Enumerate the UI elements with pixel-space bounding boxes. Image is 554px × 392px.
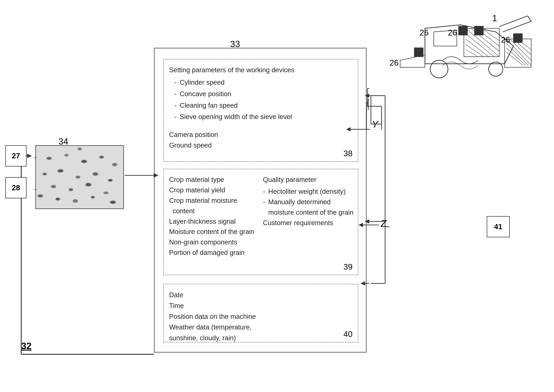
layer-thickness-signal: Layer-thickness signal: [169, 216, 254, 227]
svg-marker-62: [27, 154, 32, 158]
label-28: 28: [12, 183, 20, 192]
moisture-content-grain-2: moisture content of the grain: [268, 209, 353, 216]
svg-line-12: [513, 39, 531, 55]
label-32: 32: [21, 341, 32, 351]
svg-line-15: [506, 48, 526, 66]
box40-items: Date Time Position data on the machine W…: [169, 290, 256, 343]
svg-text:Y: Y: [372, 119, 379, 129]
label-27: 27: [12, 152, 20, 160]
svg-line-5: [466, 34, 494, 57]
svg-line-8: [466, 49, 478, 57]
box39-right: Quality parameter -Hectoliter weight (de…: [263, 175, 353, 228]
svg-line-14: [506, 43, 528, 66]
svg-line-1: [466, 28, 499, 57]
quality-parameter-title: Quality parameter: [263, 175, 353, 185]
weather-data: Weather data (temperature,: [169, 322, 256, 333]
crop-material-moisture: Crop material moisture: [169, 195, 254, 206]
svg-point-18: [489, 62, 503, 76]
svg-line-13: [517, 39, 531, 49]
svg-point-17: [430, 60, 448, 78]
svg-text:26: 26: [448, 28, 457, 37]
svg-rect-20: [458, 26, 467, 35]
box38-extra1: Camera position: [169, 129, 218, 140]
box-34-image: [35, 145, 124, 209]
svg-text:26: 26: [501, 35, 510, 44]
box-40: Date Time Position data on the machine W…: [163, 284, 358, 343]
svg-text:26: 26: [389, 58, 399, 67]
svg-line-16: [506, 52, 523, 66]
svg-rect-22: [513, 34, 522, 42]
box38-items: -Cylinder speed -Concave position -Clean…: [174, 77, 292, 123]
box38-title: Setting parameters of the working device…: [169, 65, 294, 76]
box38-extra2: Ground speed: [169, 140, 212, 151]
svg-rect-19: [414, 48, 423, 57]
position-data: Position data on the machine: [169, 311, 256, 322]
box-28: 28: [5, 177, 27, 198]
box-41: 41: [487, 216, 510, 237]
label-41: 41: [494, 223, 502, 231]
weather-detail: sunshine, cloudy, rain): [169, 333, 256, 343]
box-27: 27: [5, 145, 27, 167]
crop-material-type: Crop material type: [169, 175, 254, 185]
portion-damaged-grain: Portion of damaged grain: [169, 247, 254, 258]
box-38: Setting parameters of the working device…: [163, 59, 358, 162]
grain-texture: [36, 146, 123, 209]
diagram-container: 1 26 26 26 26 Y Z X X: [0, 0, 554, 392]
hectoliter-weight: Hectoliter weight (density): [268, 188, 346, 195]
svg-line-11: [510, 39, 531, 60]
non-grain-components: Non-grain components: [169, 237, 254, 247]
svg-rect-0: [464, 28, 499, 57]
box-33: Setting parameters of the working device…: [154, 48, 367, 352]
svg-line-3: [476, 28, 499, 46]
svg-line-7: [466, 44, 483, 57]
crop-material-yield: Crop material yield: [169, 185, 254, 195]
label-38: 38: [344, 149, 353, 158]
moisture-content-grain: Moisture content of the grain: [169, 227, 254, 237]
manually-determined: Manually determined: [268, 198, 331, 206]
time-item: Time: [169, 301, 256, 311]
box-39: Crop material type Crop material yield C…: [163, 169, 358, 275]
svg-text:1: 1: [492, 13, 497, 23]
label-39: 39: [344, 262, 353, 272]
svg-line-10: [506, 39, 531, 66]
svg-rect-21: [475, 26, 483, 35]
label-40: 40: [344, 329, 353, 339]
svg-line-6: [466, 39, 489, 57]
customer-requirements: Customer requirements: [263, 218, 353, 228]
svg-text:Z: Z: [380, 218, 387, 229]
svg-line-4: [482, 28, 499, 41]
svg-text:26: 26: [420, 28, 429, 37]
date-item: Date: [169, 290, 256, 301]
box39-left: Crop material type Crop material yield C…: [169, 175, 254, 258]
crop-material-content: content: [173, 206, 254, 216]
svg-line-2: [471, 28, 499, 51]
svg-rect-9: [505, 39, 531, 67]
